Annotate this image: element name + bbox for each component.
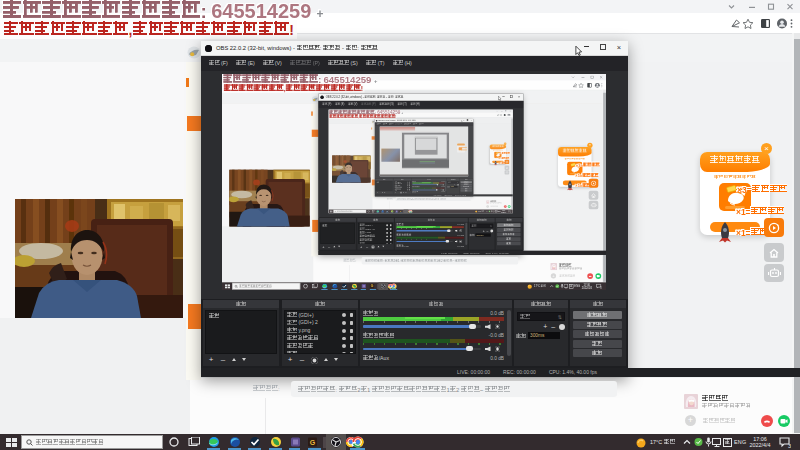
svg-text:G: G [310, 439, 316, 446]
svg-text:3: 3 [788, 442, 791, 448]
svg-text:G: G [371, 284, 374, 288]
svg-text:G: G [400, 210, 402, 211]
svg-text:3: 3 [510, 211, 511, 212]
